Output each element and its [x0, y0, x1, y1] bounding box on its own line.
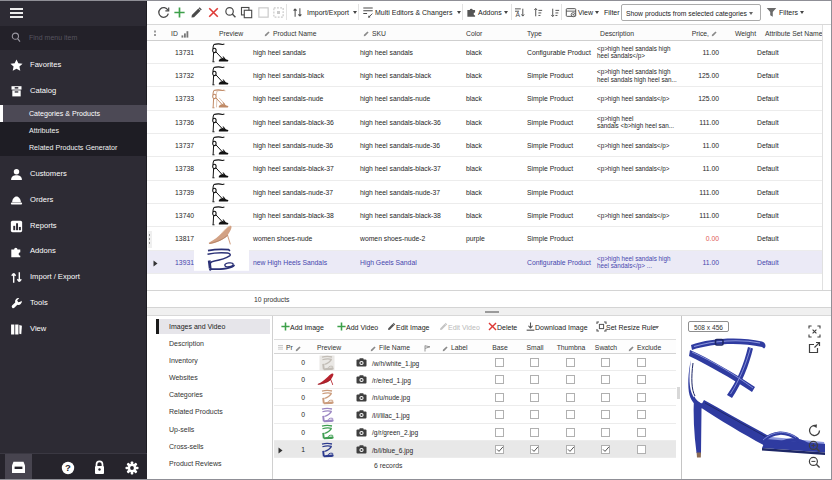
svg-text:A: A [515, 11, 520, 18]
svg-text:?: ? [65, 462, 71, 473]
